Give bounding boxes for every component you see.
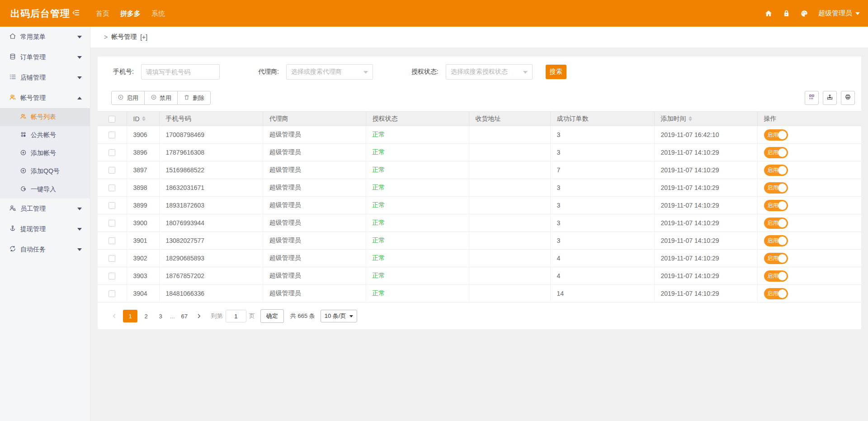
table-row: 3901 13082027577 超级管理员 正常 3 2019-11-07 1… xyxy=(98,232,861,250)
sidebar-item-add-qq[interactable]: 添加QQ号 xyxy=(0,162,90,180)
enable-toggle[interactable]: 启用 xyxy=(764,218,788,229)
cell-status: 正常 xyxy=(366,285,469,303)
page-button[interactable]: 2 xyxy=(140,310,152,322)
enable-toggle[interactable]: 启用 xyxy=(764,165,788,176)
nav-home[interactable]: 首页 xyxy=(90,0,115,27)
sidebar-item-one-click-import[interactable]: 一键导入 xyxy=(0,180,90,199)
cell-address xyxy=(469,267,550,285)
print-button[interactable] xyxy=(841,91,855,105)
col-header-id[interactable]: ID xyxy=(127,112,159,126)
sidebar-item-withdraw-management[interactable]: 提现管理 xyxy=(0,219,90,239)
row-checkbox[interactable] xyxy=(108,184,115,191)
toggle-knob xyxy=(778,201,787,210)
cell-phone: 18481066336 xyxy=(159,285,263,303)
page-button[interactable]: 1 xyxy=(123,310,137,322)
row-checkbox[interactable] xyxy=(108,149,115,156)
bulk-actions: 启用 禁用 删除 xyxy=(111,91,211,105)
search-button[interactable]: 搜索 xyxy=(546,65,566,79)
row-checkbox[interactable] xyxy=(108,290,115,297)
cell-orders: 3 xyxy=(550,144,654,161)
enable-toggle[interactable]: 启用 xyxy=(764,182,788,194)
row-checkbox[interactable] xyxy=(108,273,115,279)
nav-pinduoduo[interactable]: 拼多多 xyxy=(115,0,146,27)
cell-agent: 超级管理员 xyxy=(263,197,366,214)
row-checkbox[interactable] xyxy=(108,237,115,244)
export-button[interactable] xyxy=(823,91,837,105)
breadcrumb-add-tab[interactable]: [+] xyxy=(140,33,147,41)
row-checkbox[interactable] xyxy=(108,202,115,209)
table-row: 3906 17008798469 超级管理员 正常 3 2019-11-07 1… xyxy=(98,126,861,144)
sidebar-item-shop-management[interactable]: 店铺管理 xyxy=(0,67,90,88)
enable-toggle[interactable]: 启用 xyxy=(764,147,788,158)
sidebar-item-account-management[interactable]: 帐号管理 xyxy=(0,88,90,108)
sidebar-item-add-account[interactable]: 添加帐号 xyxy=(0,144,90,162)
page-unit-label: 页 xyxy=(249,312,255,320)
row-checkbox[interactable] xyxy=(108,132,115,138)
cell-address xyxy=(469,232,550,250)
cell-time: 2019-11-07 16:42:10 xyxy=(654,126,757,144)
cell-orders: 3 xyxy=(550,126,654,144)
cell-time: 2019-11-07 14:10:29 xyxy=(654,179,757,197)
row-checkbox[interactable] xyxy=(108,167,115,174)
cell-orders: 3 xyxy=(550,197,654,214)
enable-toggle[interactable]: 启用 xyxy=(764,235,788,246)
cell-phone: 18632031671 xyxy=(159,179,263,197)
theme-palette-icon[interactable] xyxy=(800,9,808,18)
export-icon xyxy=(826,94,833,102)
chevron-down-icon xyxy=(77,76,82,79)
sort-icon[interactable] xyxy=(142,116,146,121)
columns-button[interactable] xyxy=(805,91,819,105)
table-row: 3898 18632031671 超级管理员 正常 3 2019-11-07 1… xyxy=(98,179,861,197)
goto-page-input[interactable] xyxy=(226,310,246,322)
cell-status: 正常 xyxy=(366,232,469,250)
page-title: 帐号管理 xyxy=(111,33,137,41)
confirm-page-button[interactable]: 确定 xyxy=(260,309,284,323)
pause-circle-icon xyxy=(151,94,157,102)
grid-columns-icon xyxy=(808,94,815,102)
delete-button[interactable]: 删除 xyxy=(177,91,211,105)
sidebar: 常用菜单 订单管理 店铺管理 帐号管理 帐号列表 公共帐号 xyxy=(0,27,90,421)
page-button[interactable]: 67 xyxy=(179,310,190,322)
cell-id: 3900 xyxy=(127,214,159,232)
enable-toggle[interactable]: 启用 xyxy=(764,253,788,264)
printer-icon xyxy=(844,94,851,102)
col-header-time[interactable]: 添加时间 xyxy=(654,112,757,126)
per-page-select[interactable]: 10 条/页 xyxy=(321,310,358,322)
sidebar-collapse-button[interactable] xyxy=(67,0,85,27)
sort-icon[interactable] xyxy=(689,116,692,121)
phone-filter-input[interactable] xyxy=(141,64,220,80)
status-filter-select[interactable]: 选择或搜索授权状态 xyxy=(446,64,533,80)
sidebar-item-staff-management[interactable]: 员工管理 xyxy=(0,199,90,219)
prev-page-button[interactable] xyxy=(108,310,120,322)
lock-icon[interactable] xyxy=(783,9,790,17)
sidebar-item-public-accounts[interactable]: 公共帐号 xyxy=(0,126,90,144)
toggle-knob xyxy=(778,148,787,157)
users-icon xyxy=(20,113,27,121)
sidebar-item-auto-tasks[interactable]: 自动任务 xyxy=(0,239,90,260)
cell-address xyxy=(469,214,550,232)
enable-button[interactable]: 启用 xyxy=(111,91,145,105)
col-header-agent: 代理商 xyxy=(263,112,366,126)
enable-toggle[interactable]: 启用 xyxy=(764,129,788,141)
page-button[interactable]: 3 xyxy=(155,310,166,322)
row-checkbox[interactable] xyxy=(108,255,115,262)
agent-filter-select[interactable]: 选择或搜索代理商 xyxy=(286,64,373,80)
chevron-down-icon xyxy=(77,248,82,251)
sidebar-item-common-menu[interactable]: 常用菜单 xyxy=(0,27,90,47)
disable-button[interactable]: 禁用 xyxy=(144,91,178,105)
home-icon[interactable] xyxy=(764,9,773,18)
filter-bar: 手机号: 代理商: 选择或搜索代理商 授权状态: 选择或搜索授权状态 搜索 xyxy=(98,57,861,80)
toggle-knob xyxy=(778,237,787,245)
next-page-button[interactable] xyxy=(193,310,205,322)
cell-time: 2019-11-07 14:10:29 xyxy=(654,232,757,250)
circles-icon xyxy=(20,131,27,139)
row-checkbox[interactable] xyxy=(108,220,115,227)
nav-system[interactable]: 系统 xyxy=(146,0,170,27)
user-menu[interactable]: 超级管理员 xyxy=(818,9,860,18)
enable-toggle[interactable]: 启用 xyxy=(764,288,788,299)
sidebar-item-account-list[interactable]: 帐号列表 xyxy=(0,108,90,126)
sidebar-item-order-management[interactable]: 订单管理 xyxy=(0,47,90,67)
enable-toggle[interactable]: 启用 xyxy=(764,200,788,211)
select-all-checkbox[interactable] xyxy=(108,116,115,123)
enable-toggle[interactable]: 启用 xyxy=(764,270,788,282)
